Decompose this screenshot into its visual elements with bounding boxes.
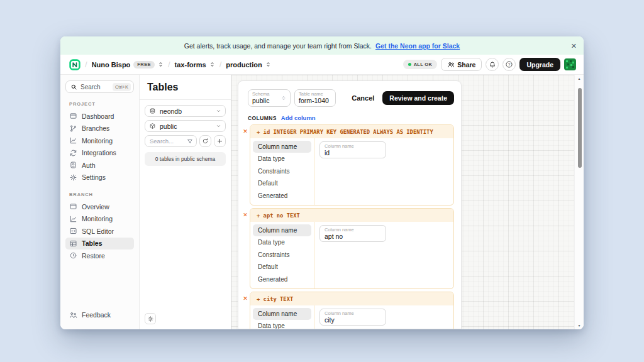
create-table-form: Schema public Table name form-1040 Cance… bbox=[238, 80, 462, 329]
vertical-scrollbar[interactable]: ▲ ▼ bbox=[574, 75, 584, 329]
app-header: / Nuno Bispo FREE / tax-forms / producti… bbox=[60, 55, 584, 75]
sidebar-item-branch-monitoring[interactable]: Monitoring bbox=[65, 213, 134, 226]
sidebar-item-integrations[interactable]: Integrations bbox=[65, 147, 134, 160]
status-dot-icon bbox=[408, 63, 411, 66]
column-card-row: ✕ + apt no TEXT Column name Data type Co… bbox=[238, 208, 461, 289]
upgrade-button[interactable]: Upgrade bbox=[519, 58, 560, 71]
review-and-create-button[interactable]: Review and create bbox=[382, 91, 454, 105]
help-icon[interactable]: ? bbox=[502, 58, 516, 71]
form-schema-select[interactable]: Schema public bbox=[248, 89, 291, 107]
banner-message: Get alerts, track usage, and manage your… bbox=[184, 42, 372, 50]
sidebar: Search Ctrl+K PROJECT Dashboard Branches… bbox=[60, 75, 140, 329]
tab-column-name[interactable]: Column name bbox=[253, 308, 311, 321]
filter-funnel-icon[interactable] bbox=[187, 138, 193, 145]
notifications-bell-icon[interactable] bbox=[486, 58, 499, 71]
column-definition: + apt no TEXT bbox=[250, 209, 453, 222]
banner-link[interactable]: Get the Neon app for Slack bbox=[375, 42, 460, 50]
tables-search-field[interactable] bbox=[145, 135, 197, 147]
sidebar-item-restore[interactable]: Restore bbox=[65, 250, 134, 262]
tables-icon bbox=[69, 239, 77, 248]
panel-settings-gear-icon[interactable] bbox=[145, 313, 156, 324]
plan-badge: FREE bbox=[133, 61, 155, 69]
integrations-icon bbox=[69, 149, 77, 157]
column-name-input[interactable]: Column name city bbox=[319, 309, 386, 326]
tab-column-name[interactable]: Column name bbox=[253, 224, 311, 237]
project-section-title: PROJECT bbox=[69, 101, 134, 107]
columns-section-label: COLUMNS bbox=[248, 115, 277, 121]
sidebar-item-dashboard[interactable]: Dashboard bbox=[65, 110, 134, 123]
search-shortcut: Ctrl+K bbox=[113, 83, 131, 91]
tab-generated[interactable]: Generated bbox=[253, 273, 311, 286]
add-table-button[interactable] bbox=[214, 135, 226, 147]
tab-data-type[interactable]: Data type bbox=[253, 153, 311, 165]
remove-column-icon[interactable]: ✕ bbox=[241, 128, 250, 134]
schema-select[interactable]: public bbox=[145, 120, 226, 132]
empty-schema-message: 0 tables in public schema bbox=[145, 152, 226, 166]
project-selector[interactable]: tax-forms bbox=[175, 61, 215, 69]
refresh-icon[interactable] bbox=[199, 135, 211, 147]
share-button[interactable]: Share bbox=[441, 58, 482, 71]
sidebar-item-overview[interactable]: Overview bbox=[65, 200, 134, 213]
tab-data-type[interactable]: Data type bbox=[253, 320, 311, 329]
remove-column-icon[interactable]: ✕ bbox=[241, 212, 250, 218]
sql-editor-icon bbox=[69, 227, 77, 235]
monitoring-chart-icon bbox=[69, 215, 77, 223]
slack-banner: Get alerts, track usage, and manage your… bbox=[60, 36, 584, 55]
schema-cube-icon bbox=[149, 123, 156, 129]
sidebar-search[interactable]: Search Ctrl+K bbox=[65, 80, 134, 93]
sidebar-item-settings[interactable]: Settings bbox=[65, 172, 134, 184]
add-column-link[interactable]: Add column bbox=[281, 114, 316, 121]
column-name-input[interactable]: Column name apt no bbox=[319, 225, 386, 243]
tab-generated[interactable]: Generated bbox=[253, 190, 311, 202]
chevron-updown-icon bbox=[281, 95, 286, 101]
branch-selector[interactable]: production bbox=[226, 61, 270, 69]
scroll-down-arrow-icon[interactable]: ▼ bbox=[575, 324, 584, 327]
app-window: Get alerts, track usage, and manage your… bbox=[60, 36, 584, 329]
feedback-people-icon bbox=[69, 311, 77, 319]
column-card-row: ✕ + city TEXT Column name Data type Cons… bbox=[238, 292, 461, 329]
restore-history-icon bbox=[69, 251, 77, 260]
database-select[interactable]: neondb bbox=[145, 105, 226, 117]
remove-column-icon[interactable]: ✕ bbox=[241, 295, 250, 302]
tables-panel: Tables neondb public bbox=[140, 75, 231, 329]
tab-default[interactable]: Default bbox=[253, 261, 311, 273]
dashboard-icon bbox=[69, 112, 77, 120]
column-definition: + city TEXT bbox=[250, 292, 453, 305]
branches-icon bbox=[69, 124, 77, 133]
breadcrumb-separator: / bbox=[219, 60, 222, 69]
chevron-updown-icon bbox=[158, 61, 164, 68]
breadcrumb-separator: / bbox=[85, 60, 87, 69]
scrollbar-thumb[interactable] bbox=[578, 88, 582, 168]
column-definition: + id INTEGER PRIMARY KEY GENERATED ALWAY… bbox=[250, 125, 453, 138]
table-editor-canvas: Schema public Table name form-1040 Cance… bbox=[231, 75, 584, 329]
scroll-up-arrow-icon[interactable]: ▲ bbox=[575, 77, 584, 80]
tables-search-input[interactable] bbox=[150, 138, 180, 145]
sidebar-item-sql-editor[interactable]: SQL Editor bbox=[65, 225, 134, 238]
neon-logo-icon[interactable] bbox=[69, 59, 80, 70]
tab-default[interactable]: Default bbox=[253, 177, 311, 190]
banner-close-icon[interactable]: ✕ bbox=[571, 42, 577, 49]
tab-column-name[interactable]: Column name bbox=[253, 141, 311, 153]
sidebar-item-tables[interactable]: Tables bbox=[65, 238, 134, 250]
table-name-field[interactable]: Table name form-1040 bbox=[294, 89, 336, 107]
column-name-input[interactable]: Column name id bbox=[319, 141, 386, 159]
status-badge[interactable]: ALL OK bbox=[403, 60, 438, 69]
sidebar-item-feedback[interactable]: Feedback bbox=[65, 309, 114, 322]
tab-constraints[interactable]: Constraints bbox=[253, 165, 311, 178]
column-card-apt-no: + apt no TEXT Column name Data type Cons… bbox=[250, 208, 454, 289]
sidebar-item-auth[interactable]: Auth bbox=[65, 159, 134, 172]
cancel-button[interactable]: Cancel bbox=[352, 94, 374, 102]
breadcrumb: / Nuno Bispo FREE / tax-forms / producti… bbox=[69, 59, 403, 70]
sidebar-item-branches[interactable]: Branches bbox=[65, 123, 134, 135]
avatar[interactable] bbox=[564, 58, 576, 70]
monitoring-chart-icon bbox=[69, 136, 77, 145]
database-icon bbox=[149, 107, 156, 114]
tab-data-type[interactable]: Data type bbox=[253, 236, 311, 249]
sidebar-item-monitoring[interactable]: Monitoring bbox=[65, 134, 134, 147]
tab-constraints[interactable]: Constraints bbox=[253, 249, 311, 261]
breadcrumb-separator: / bbox=[168, 60, 170, 69]
branch-section-title: BRANCH bbox=[69, 192, 134, 197]
auth-badge-icon bbox=[69, 161, 77, 169]
org-selector[interactable]: Nuno Bispo FREE bbox=[92, 61, 164, 69]
svg-text:?: ? bbox=[508, 62, 511, 67]
